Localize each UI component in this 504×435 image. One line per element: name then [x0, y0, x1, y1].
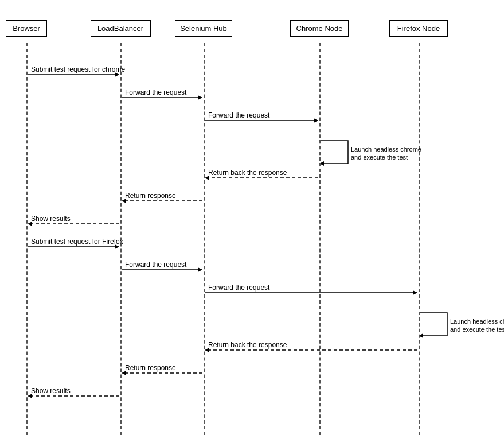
- msg-label-msg4: Launch headless chromeand execute the te…: [351, 145, 421, 162]
- msg-label-msg3: Forward the request: [208, 111, 269, 119]
- actor-loadbalancer: LoadBalancer: [91, 20, 151, 37]
- actor-chromenode: Chrome Node: [290, 20, 349, 37]
- msg-label-msg2: Forward the request: [125, 88, 186, 96]
- actor-firefoxnode: Firefox Node: [389, 20, 448, 37]
- msg-label-msg8: Submit test request for Firefox: [31, 238, 123, 246]
- lifeline-browser: [26, 43, 28, 435]
- msg-label-msg10: Forward the request: [208, 283, 269, 292]
- svg-marker-18: [413, 290, 417, 295]
- msg-label-msg7: Show results: [31, 215, 71, 223]
- actor-seleniumhub: Selenium Hub: [175, 20, 232, 37]
- msg-label-msg11: Launch headless chromeand execute the te…: [450, 317, 504, 334]
- msg-label-msg5: Return back the response: [208, 169, 287, 177]
- svg-marker-5: [314, 118, 318, 123]
- msg-label-msg13: Return response: [125, 364, 176, 372]
- actor-browser: Browser: [6, 20, 47, 37]
- svg-marker-16: [198, 267, 202, 272]
- lifeline-firefoxnode: [419, 43, 420, 435]
- msg-label-msg9: Forward the request: [125, 261, 186, 269]
- msg-label-msg6: Return response: [125, 192, 176, 200]
- msg-label-msg14: Show results: [31, 387, 71, 395]
- svg-marker-3: [198, 95, 202, 100]
- msg-label-msg12: Return back the response: [208, 341, 287, 349]
- lifeline-chromenode: [319, 43, 321, 435]
- lifeline-seleniumhub: [204, 43, 205, 435]
- sequence-diagram: BrowserLoadBalancerSelenium HubChrome No…: [0, 0, 504, 435]
- msg-label-msg1: Submit test request for chrome: [31, 65, 125, 73]
